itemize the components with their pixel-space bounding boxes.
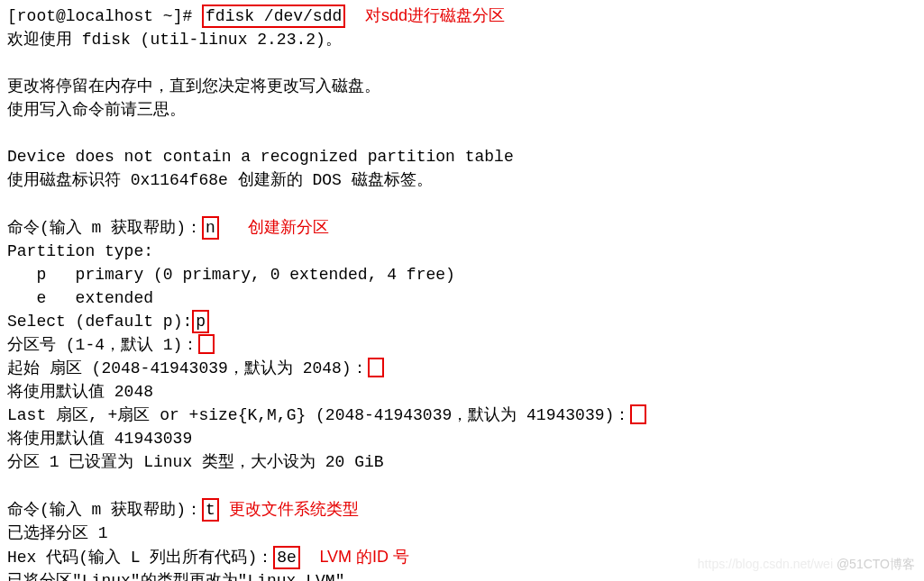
input-last-empty: [630, 404, 646, 424]
set-size: 分区 1 已设置为 Linux 类型，大小设为 20 GiB: [7, 450, 917, 474]
blank: [7, 192, 917, 215]
blank: [7, 51, 917, 75]
err2: 使用磁盘标识符 0x1164f68e 创建新的 DOS 磁盘标签。: [7, 168, 917, 192]
input-p: p: [192, 310, 209, 333]
selected-part: 已选择分区 1: [7, 522, 917, 545]
prompt-line: [root@localhost ~]# fdisk /dev/sdd 对sdd进…: [7, 4, 917, 28]
welcome-line: 欢迎使用 fdisk (util-linux 2.23.2)。: [7, 28, 917, 51]
shell-prompt: [root@localhost ~]#: [7, 7, 202, 25]
first-sector-line: 起始 扇区 (2048-41943039，默认为 2048)：: [7, 357, 917, 380]
select-line: Select (default p):p: [7, 310, 917, 333]
cmd-prompt-2: 命令(输入 m 获取帮助)：: [7, 501, 202, 519]
annotation-n: 创建新分区: [248, 218, 329, 236]
annotation-cmd: 对sdd进行磁盘分区: [365, 6, 505, 24]
pt-header: Partition type:: [7, 240, 917, 263]
cmd-fdisk: fdisk /dev/sdd: [202, 5, 345, 28]
blank: [7, 122, 917, 145]
annotation-hex: LVM 的ID 号: [319, 548, 409, 566]
pt-primary: p primary (0 primary, 0 extended, 4 free…: [7, 263, 917, 286]
use-last: 将使用默认值 41943039: [7, 427, 917, 450]
input-n: n: [202, 216, 219, 240]
cmd-n-line: 命令(输入 m 获取帮助)：n 创建新分区: [7, 215, 917, 240]
annotation-t: 更改文件系统类型: [229, 500, 359, 518]
last-sector-line: Last 扇区, +扇区 or +size{K,M,G} (2048-41943…: [7, 404, 917, 427]
select-prompt: Select (default p):: [7, 313, 192, 331]
use-first: 将使用默认值 2048: [7, 380, 917, 404]
hex-prompt: Hex 代码(输入 L 列出所有代码)：: [7, 549, 273, 567]
input-t: t: [202, 498, 219, 522]
input-hex: 8e: [273, 546, 300, 569]
input-first-empty: [368, 358, 384, 377]
err1: Device does not contain a recognized par…: [7, 145, 917, 168]
pt-extended: e extended: [7, 286, 917, 310]
partno-line: 分区号 (1-4，默认 1)：: [7, 333, 917, 357]
cmd-prompt-1: 命令(输入 m 获取帮助)：: [7, 219, 202, 237]
watermark-1: https://blog.csdn.net/wei: [698, 557, 833, 571]
partno-prompt: 分区号 (1-4，默认 1)：: [7, 336, 198, 354]
cmd-t-line: 命令(输入 m 获取帮助)：t 更改文件系统类型: [7, 497, 917, 522]
watermark-2: @51CTO博客: [837, 557, 915, 571]
watermark: https://blog.csdn.net/wei @51CTO博客: [698, 552, 915, 576]
msg1: 更改将停留在内存中，直到您决定将更改写入磁盘。: [7, 75, 917, 98]
msg2: 使用写入命令前请三思。: [7, 98, 917, 122]
first-prompt: 起始 扇区 (2048-41943039，默认为 2048)：: [7, 359, 368, 377]
blank: [7, 474, 917, 497]
input-partno-empty: [198, 334, 215, 354]
last-prompt: Last 扇区, +扇区 or +size{K,M,G} (2048-41943…: [7, 406, 630, 424]
